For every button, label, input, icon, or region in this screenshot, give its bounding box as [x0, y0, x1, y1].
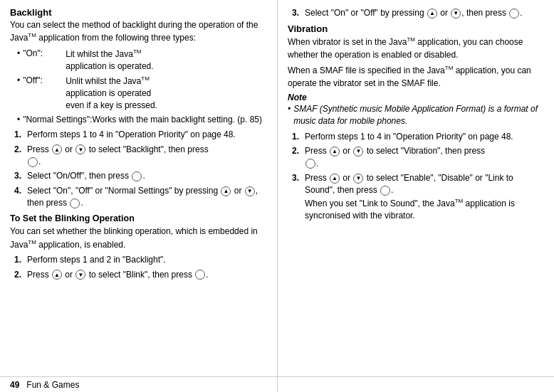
- vstep-num-3: 3.: [292, 172, 305, 223]
- down-icon-r: ▼: [451, 9, 461, 18]
- bullet-dot-2: •: [17, 75, 20, 112]
- down-icon-3: ▼: [75, 270, 85, 280]
- backlight-step-4: 4. Select "On", "Off" or "Normal Setting…: [14, 185, 268, 210]
- vibration-section: Vibration When vibrator is set in the Ja…: [288, 23, 545, 222]
- bullet-text-off: Unlit whilst the JavaTMapplication is op…: [66, 75, 268, 112]
- backlight-step-3: 3. Select "On/Off", then press .: [14, 170, 268, 182]
- backlight-step-2: 2. Press ▲ or ▼ to select "Backlight", t…: [14, 144, 268, 169]
- vstep-text-3: Press ▲ or ▼ to select "Enable", "Disabl…: [305, 172, 545, 223]
- bullet-off: • "Off": Unlit whilst the JavaTMapplicat…: [17, 75, 268, 112]
- step-text-2: Press ▲ or ▼ to select "Backlight", then…: [27, 144, 268, 169]
- right-step-3: 3. Select "On" or "Off" by pressing ▲ or…: [292, 7, 545, 19]
- vstep-num-1: 1.: [292, 131, 305, 143]
- down-icon-v2: ▼: [353, 174, 363, 184]
- note-text: • SMAF (Synthetic music Mobile Applicati…: [288, 103, 545, 128]
- right-column: 3. Select "On" or "Off" by pressing ▲ or…: [278, 0, 554, 392]
- rstep-text-3: Select "On" or "Off" by pressing ▲ or ▼,…: [305, 7, 545, 19]
- up-icon-2: ▲: [221, 186, 231, 196]
- bstep-num-2: 2.: [14, 269, 27, 281]
- page-container: Backlight You can select the method of b…: [0, 0, 554, 392]
- vibration-step-3: 3. Press ▲ or ▼ to select "Enable", "Dis…: [292, 172, 545, 223]
- ok-icon-3: [70, 198, 80, 208]
- note-bullet: •: [288, 103, 291, 128]
- up-icon-v2: ▲: [330, 174, 340, 184]
- backlight-section: Backlight You can select the method of b…: [10, 7, 268, 209]
- vstep-text-2: Press ▲ or ▼ to select "Vibration", then…: [305, 145, 545, 170]
- vstep-num-2: 2.: [292, 145, 305, 170]
- step-num-4: 4.: [14, 185, 27, 210]
- bullet-label-on: "On":: [23, 48, 66, 73]
- vstep-text-1: Perform steps 1 to 4 in "Operation Prior…: [305, 131, 545, 143]
- blinking-step-2: 2. Press ▲ or ▼ to select "Blink", then …: [14, 269, 268, 281]
- ok-icon-4: [195, 270, 205, 280]
- vibration-step-2: 2. Press ▲ or ▼ to select "Vibration", t…: [292, 145, 545, 170]
- left-column: Backlight You can select the method of b…: [0, 0, 278, 392]
- backlight-steps: 1. Perform steps 1 to 4 in "Operation Pr…: [14, 129, 268, 209]
- bullet-dot-1: •: [17, 48, 20, 73]
- bullet-text-on: Lit whilst the JavaTMapplication is oper…: [66, 48, 268, 73]
- rstep-num-3: 3.: [292, 7, 305, 19]
- backlight-step-1: 1. Perform steps 1 to 4 in "Operation Pr…: [14, 129, 268, 141]
- backlight-title: Backlight: [10, 7, 268, 18]
- step-num-3: 3.: [14, 170, 27, 182]
- vibration-steps: 1. Perform steps 1 to 4 in "Operation Pr…: [292, 131, 545, 223]
- up-icon: ▲: [52, 144, 62, 154]
- blinking-step-1: 1. Perform steps 1 and 2 in "Backlight".: [14, 254, 268, 266]
- bstep-num-1: 1.: [14, 254, 27, 266]
- bullet-normal: • "Normal Settings":Works with the main …: [17, 114, 268, 126]
- step-text-3: Select "On/Off", then press .: [27, 170, 268, 182]
- vibration-intro1: When vibrator is set in the JavaTM appli…: [288, 36, 545, 61]
- vibration-title: Vibration: [288, 23, 545, 34]
- ok-icon: [28, 157, 38, 167]
- vibration-step-1: 1. Perform steps 1 to 4 in "Operation Pr…: [292, 131, 545, 143]
- step-num-1: 1.: [14, 129, 27, 141]
- down-icon: ▼: [75, 144, 85, 154]
- footer-section: Fun & Games: [26, 380, 79, 390]
- blinking-title: To Set the Blinking Operation: [10, 213, 268, 223]
- up-icon-r: ▲: [427, 9, 437, 18]
- bullet-dot-3: •: [17, 114, 20, 126]
- blinking-steps: 1. Perform steps 1 and 2 in "Backlight".…: [14, 254, 268, 281]
- note-label: Note: [288, 92, 545, 102]
- blinking-intro: You can set whether the blinking operati…: [10, 226, 268, 251]
- step-text-1: Perform steps 1 to 4 in "Operation Prior…: [27, 129, 268, 141]
- ok-icon-2: [132, 171, 142, 181]
- vibration-intro2: When a SMAF file is specified in the Jav…: [288, 64, 545, 90]
- down-icon-v: ▼: [353, 147, 363, 157]
- blinking-section: To Set the Blinking Operation You can se…: [10, 213, 268, 281]
- ok-icon-v2: [380, 186, 390, 196]
- up-icon-v: ▲: [330, 147, 340, 157]
- note-content: SMAF (Synthetic music Mobile Application…: [293, 103, 545, 128]
- step-text-4: Select "On", "Off" or "Normal Settings" …: [27, 185, 268, 210]
- right-steps-top: 3. Select "On" or "Off" by pressing ▲ or…: [292, 7, 545, 19]
- bullet-on: • "On": Lit whilst the JavaTMapplication…: [17, 48, 268, 73]
- backlight-intro: You can select the method of backlight d…: [10, 19, 268, 45]
- ok-icon-r: [509, 9, 519, 18]
- bstep-text-1: Perform steps 1 and 2 in "Backlight".: [27, 254, 268, 266]
- down-icon-2: ▼: [245, 186, 255, 196]
- footer: 49 Fun & Games: [0, 376, 554, 392]
- bullet-text-normal: "Normal Settings":Works with the main ba…: [23, 114, 268, 126]
- ok-icon-v: [305, 159, 315, 169]
- backlight-bullets: • "On": Lit whilst the JavaTMapplication…: [17, 48, 268, 126]
- page-number: 49: [10, 380, 19, 390]
- step-num-2: 2.: [14, 144, 27, 169]
- up-icon-3: ▲: [52, 270, 62, 280]
- bstep-text-2: Press ▲ or ▼ to select "Blink", then pre…: [27, 269, 268, 281]
- bullet-label-off: "Off":: [23, 75, 66, 112]
